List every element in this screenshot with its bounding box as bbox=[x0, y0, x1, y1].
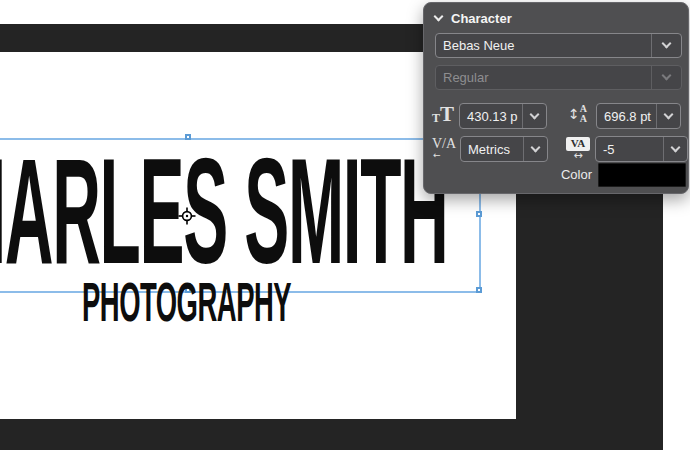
kerning-input[interactable]: Metrics bbox=[460, 136, 548, 162]
collapse-chevron-icon[interactable] bbox=[434, 12, 444, 22]
leading-value: 696.8 pt bbox=[597, 109, 656, 124]
font-family-dropdown-button[interactable] bbox=[652, 44, 681, 47]
chevron-down-icon bbox=[530, 109, 540, 119]
font-style-select: Regular bbox=[435, 65, 682, 90]
leading-icon: ↕ A A bbox=[568, 104, 587, 124]
tracking-input[interactable]: -5 bbox=[595, 136, 688, 162]
font-size-dropdown-button[interactable] bbox=[523, 115, 546, 118]
selection-edge-top bbox=[0, 138, 481, 140]
leading-input[interactable]: 696.8 pt bbox=[596, 103, 681, 129]
app-viewport: { "panel": { "title": "Character", "font… bbox=[0, 0, 690, 450]
character-panel: Character Bebas Neue Regular TT 430.13 p… bbox=[423, 2, 689, 194]
selection-handle-top-center[interactable] bbox=[185, 134, 191, 140]
chevron-down-icon bbox=[531, 142, 541, 152]
chevron-down-icon bbox=[664, 109, 674, 119]
chevron-down-icon bbox=[662, 39, 672, 49]
color-swatch[interactable] bbox=[598, 163, 686, 187]
tracking-dropdown-button[interactable] bbox=[664, 148, 687, 151]
selection-handle-bottom-right[interactable] bbox=[476, 287, 482, 293]
kerning-value: Metrics bbox=[461, 142, 523, 157]
center-point-icon bbox=[177, 206, 197, 230]
chevron-down-icon bbox=[671, 142, 681, 152]
font-family-select[interactable]: Bebas Neue bbox=[435, 33, 682, 58]
kerning-dropdown-button[interactable] bbox=[524, 148, 547, 151]
tracking-icon: VA ↔ bbox=[566, 137, 590, 160]
tracking-value: -5 bbox=[596, 142, 663, 157]
color-label: Color bbox=[548, 167, 592, 182]
font-style-dropdown-button bbox=[652, 76, 681, 79]
font-size-icon: TT bbox=[432, 105, 454, 124]
kerning-icon: V/A ← bbox=[431, 136, 457, 159]
panel-header[interactable]: Character bbox=[435, 11, 512, 26]
font-size-input[interactable]: 430.13 p bbox=[459, 103, 547, 129]
selection-edge-bottom bbox=[0, 291, 481, 293]
selection-handle-bottom-center[interactable] bbox=[185, 287, 191, 293]
font-size-value: 430.13 p bbox=[460, 109, 522, 124]
leading-dropdown-button[interactable] bbox=[657, 115, 680, 118]
font-style-value: Regular bbox=[436, 70, 651, 85]
chevron-down-icon bbox=[662, 71, 672, 81]
font-family-value: Bebas Neue bbox=[436, 38, 651, 53]
panel-title: Character bbox=[451, 11, 512, 26]
selection-handle-right-middle[interactable] bbox=[476, 211, 482, 217]
